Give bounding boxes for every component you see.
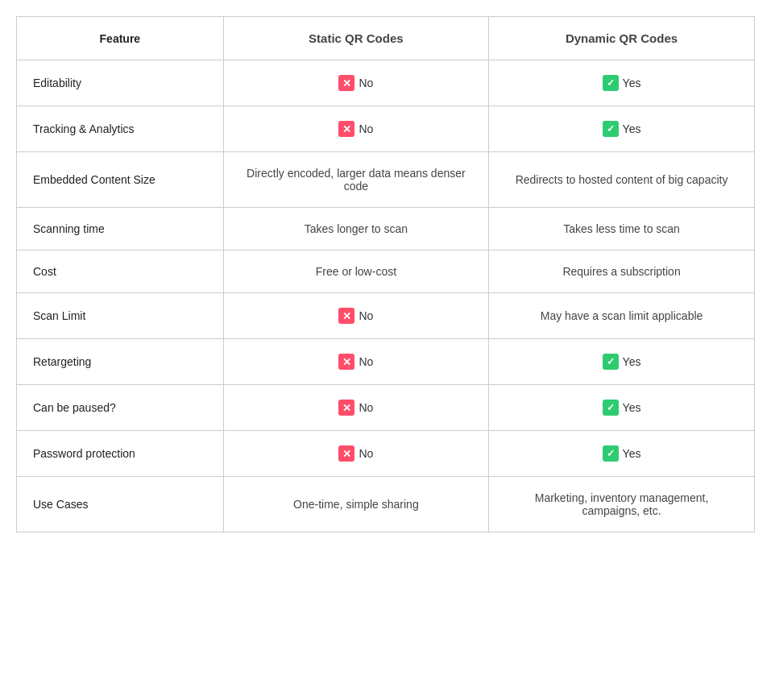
no-label: No [359,122,373,135]
yes-label: Yes [623,122,641,135]
table-row: Can be paused?✕No✓Yes [17,385,754,431]
x-icon: ✕ [338,308,354,324]
yes-label: Yes [623,355,641,368]
feature-cell: Editability [17,60,223,106]
yes-badge: ✓Yes [603,400,641,416]
static-cell: Takes longer to scan [223,208,488,251]
feature-cell: Embedded Content Size [17,152,223,208]
yes-label: Yes [623,447,641,460]
dynamic-cell: Takes less time to scan [489,208,754,251]
table-row: Scan Limit✕NoMay have a scan limit appli… [17,293,754,339]
header-dynamic: Dynamic QR Codes [489,17,754,60]
feature-cell: Scan Limit [17,293,223,339]
yes-badge: ✓Yes [603,75,641,91]
static-cell: ✕No [223,431,488,477]
static-cell: ✕No [223,293,488,339]
dynamic-cell: Marketing, inventory management, campaig… [489,477,754,532]
check-icon: ✓ [603,445,619,462]
no-badge: ✕No [338,121,373,137]
feature-cell: Tracking & Analytics [17,106,223,152]
table-row: Scanning timeTakes longer to scanTakes l… [17,208,754,251]
no-badge: ✕No [338,354,373,370]
feature-cell: Use Cases [17,477,223,532]
table-row: CostFree or low-costRequires a subscript… [17,251,754,293]
check-icon: ✓ [603,75,619,91]
dynamic-cell: ✓Yes [489,431,754,477]
feature-cell: Cost [17,251,223,293]
feature-cell: Can be paused? [17,385,223,431]
check-icon: ✓ [603,354,619,370]
no-label: No [359,355,373,368]
dynamic-cell: Redirects to hosted content of big capac… [489,152,754,208]
static-cell: ✕No [223,385,488,431]
table-row: Embedded Content SizeDirectly encoded, l… [17,152,754,208]
no-badge: ✕No [338,75,373,91]
static-cell: Directly encoded, larger data means dens… [223,152,488,208]
no-label: No [359,309,373,322]
yes-label: Yes [623,77,641,89]
no-label: No [359,77,373,89]
header-feature: Feature [17,17,223,60]
feature-cell: Scanning time [17,208,223,251]
yes-badge: ✓Yes [603,445,641,462]
no-badge: ✕No [338,445,373,462]
x-icon: ✕ [338,121,354,137]
no-badge: ✕No [338,308,373,324]
feature-cell: Retargeting [17,339,223,385]
dynamic-cell: May have a scan limit applicable [489,293,754,339]
no-label: No [359,447,373,460]
static-cell: ✕No [223,106,488,152]
no-label: No [359,401,373,414]
check-icon: ✓ [603,121,619,137]
comparison-table: Feature Static QR Codes Dynamic QR Codes… [16,16,755,532]
dynamic-cell: Requires a subscription [489,251,754,293]
yes-label: Yes [623,401,641,414]
table-row: Tracking & Analytics✕No✓Yes [17,106,754,152]
yes-badge: ✓Yes [603,354,641,370]
x-icon: ✕ [338,400,354,416]
table-row: Retargeting✕No✓Yes [17,339,754,385]
feature-cell: Password protection [17,431,223,477]
check-icon: ✓ [603,400,619,416]
static-cell: Free or low-cost [223,251,488,293]
dynamic-cell: ✓Yes [489,60,754,106]
x-icon: ✕ [338,354,354,370]
table-row: Password protection✕No✓Yes [17,431,754,477]
dynamic-cell: ✓Yes [489,385,754,431]
dynamic-cell: ✓Yes [489,339,754,385]
table-row: Editability✕No✓Yes [17,60,754,106]
dynamic-cell: ✓Yes [489,106,754,152]
static-cell: ✕No [223,60,488,106]
x-icon: ✕ [338,445,354,462]
x-icon: ✕ [338,75,354,91]
header-static: Static QR Codes [223,17,488,60]
yes-badge: ✓Yes [603,121,641,137]
no-badge: ✕No [338,400,373,416]
static-cell: ✕No [223,339,488,385]
table-row: Use CasesOne-time, simple sharingMarketi… [17,477,754,532]
static-cell: One-time, simple sharing [223,477,488,532]
